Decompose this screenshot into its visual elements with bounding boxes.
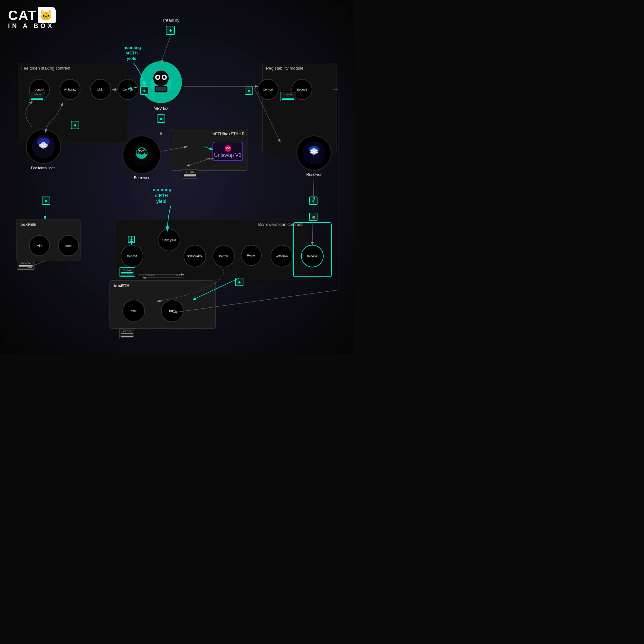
token-deposit-loan: ◆ (128, 236, 135, 243)
erc20-doc-box: ERC20 (182, 169, 198, 178)
withdraw-loan-label: Withdraw (276, 254, 288, 258)
peg-stability-label: Peg stability module (266, 66, 303, 71)
uniswap-box: Uniswap V3 (213, 142, 243, 161)
self-liquidate-action[interactable]: Self liquidate (184, 245, 206, 267)
boxeth-label: boxETH (114, 283, 129, 288)
token-fee-user: ◆ (42, 196, 50, 205)
claim-action[interactable]: Claim (90, 79, 111, 100)
claim-label: Claim (97, 88, 104, 91)
deposit-peg-label: Deposit (297, 88, 307, 91)
claim-yield-action[interactable]: Claim yield (158, 229, 180, 251)
svg-text:🐱: 🐱 (40, 9, 52, 22)
withdraw-action[interactable]: Withdraw (60, 79, 81, 100)
withdraw-label: Withdraw (64, 88, 76, 91)
borrower-circle (122, 135, 161, 174)
treasury-label: Treasury (158, 18, 184, 23)
borrow-action[interactable]: Borrow (213, 245, 235, 267)
custom-doc-1: Custom (29, 92, 45, 101)
boxfee-mint-label: Mint (37, 244, 42, 247)
steth-lp-label: stETH/boxETH LP (212, 132, 244, 136)
logo: CAT 🐱 IN A BOX (8, 8, 56, 30)
token-boxeth: ◆ (235, 278, 243, 286)
svg-point-33 (225, 145, 231, 152)
token-resolver-bottom: ◆ (309, 213, 317, 221)
token-mev-bottom: ◆ (157, 114, 165, 123)
convert-left-label: Convert (123, 88, 133, 91)
boxfee-label: boxFEE (20, 222, 36, 227)
custom-doc-3: Custom (119, 267, 135, 277)
resolve-action[interactable]: Resolve (301, 245, 324, 267)
treasury-token: ◆ (166, 26, 175, 35)
deposit-label: Deposit (34, 88, 44, 91)
incoming-yield-1: incomingstETHyield (122, 45, 141, 62)
resolver-circle (296, 135, 332, 171)
fee-token-user-circle (26, 129, 61, 164)
svg-point-7 (156, 76, 159, 79)
self-liquidate-label: Self liquidate (187, 254, 203, 258)
boxeth-mint-action[interactable]: Mint (122, 299, 145, 322)
svg-rect-21 (137, 151, 138, 154)
boxfee-burn-action[interactable]: Burn (58, 235, 79, 256)
resolve-label: Resolve (307, 254, 318, 258)
boxeth-mint-label: Mint (131, 309, 136, 312)
claim-yield-label: Claim yield (162, 238, 176, 241)
token-mev-right: ◆ (245, 86, 253, 95)
boxfee-burn-label: Burn (65, 244, 71, 247)
erc20-boxeth-doc-box: ERC20 (119, 329, 135, 338)
svg-rect-22 (145, 151, 147, 154)
repay-label-text: REPAY (175, 274, 184, 277)
token-fee-deposit: ◆ (71, 121, 79, 129)
incoming-yield-2: incomingstETHyield (151, 187, 171, 204)
repay-action[interactable]: Repay (241, 245, 262, 266)
deposit-loan-action[interactable]: Deposit (121, 245, 143, 267)
token-resolver-top: ◆ (309, 196, 317, 205)
token-mev-left: ◆ (140, 86, 148, 95)
boxfee-mint-action[interactable]: Mint (29, 235, 50, 256)
erc4626-doc-box: ERC4626 (17, 261, 34, 270)
withdraw-loan-action[interactable]: Withdraw (270, 245, 293, 267)
repay-label: Repay (247, 254, 255, 257)
borrow-label: Borrow (219, 254, 229, 258)
fee-token-user-label: Fee token user (22, 166, 64, 170)
svg-point-8 (163, 76, 166, 79)
fee-staking-label: Fee token staking contract (21, 66, 70, 71)
mev-bot-circle (138, 60, 184, 105)
boxeth-burn-label: Burn (169, 309, 175, 312)
mev-bot-label: MEV bot (147, 106, 175, 111)
custom-doc-2: Custom (280, 92, 296, 101)
svg-rect-10 (156, 87, 166, 91)
x-token-label: x token (206, 157, 214, 160)
convert-right-action[interactable]: Convert (258, 79, 279, 100)
compound-label: COMPOUND (138, 274, 154, 277)
borrower-label: Borrower (130, 175, 153, 180)
convert-left-action[interactable]: Convert (118, 79, 138, 100)
resolver-label: Resolver (299, 172, 328, 177)
convert-right-label: Convert (263, 88, 273, 91)
boxeth-burn-action[interactable]: Burn (161, 299, 184, 322)
deposit-loan-label: Deposit (127, 254, 137, 258)
